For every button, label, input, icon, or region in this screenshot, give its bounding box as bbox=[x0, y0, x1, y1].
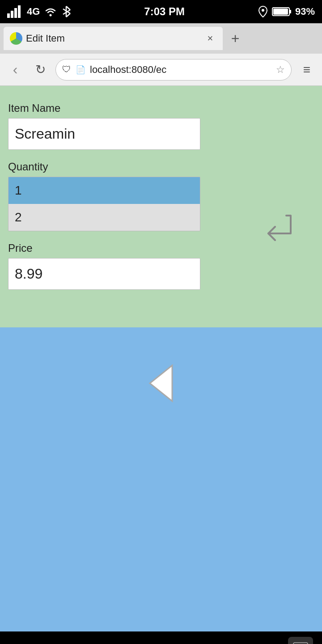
svg-point-10 bbox=[262, 9, 264, 12]
status-left: 4G bbox=[7, 5, 71, 18]
back-button[interactable]: ‹ bbox=[5, 60, 25, 80]
reload-button[interactable]: ↻ bbox=[30, 60, 50, 80]
price-label: Price bbox=[8, 242, 314, 254]
network-label: 4G bbox=[27, 6, 40, 17]
item-name-input[interactable] bbox=[8, 118, 200, 150]
svg-rect-13 bbox=[273, 8, 288, 15]
blue-area bbox=[0, 327, 322, 631]
address-bar: ‹ ↻ 🛡 📄 localhost:8080/ec ☆ ≡ bbox=[0, 54, 322, 86]
signal-icon bbox=[7, 5, 23, 18]
page-icon: 📄 bbox=[76, 65, 85, 75]
form-area: Item Name Quantity 1 2 Price bbox=[0, 86, 322, 327]
svg-rect-2 bbox=[14, 8, 17, 18]
enter-icon bbox=[255, 211, 295, 242]
tab-favicon bbox=[10, 32, 22, 45]
keyboard-button[interactable] bbox=[288, 637, 313, 644]
url-box[interactable]: 🛡 📄 localhost:8080/ec ☆ bbox=[55, 59, 292, 80]
svg-line-6 bbox=[66, 6, 70, 10]
battery-label: 93% bbox=[295, 6, 315, 17]
svg-line-8 bbox=[66, 13, 70, 17]
item-name-label: Item Name bbox=[8, 102, 314, 114]
tab-title: Edit Item bbox=[26, 33, 200, 44]
quantity-option-1[interactable]: 1 bbox=[8, 177, 200, 204]
new-tab-button[interactable]: + bbox=[225, 28, 246, 49]
quantity-label: Quantity bbox=[8, 161, 314, 173]
svg-marker-16 bbox=[150, 365, 172, 401]
active-tab[interactable]: Edit Item × bbox=[4, 27, 223, 50]
status-bar: 4G 7:03 PM 93% bbox=[0, 0, 322, 23]
svg-rect-12 bbox=[289, 10, 291, 13]
back-arrow-icon[interactable] bbox=[141, 363, 181, 403]
bookmark-icon[interactable]: ☆ bbox=[276, 64, 285, 76]
quantity-list: 1 2 bbox=[8, 177, 200, 231]
url-text[interactable]: localhost:8080/ec bbox=[90, 64, 271, 76]
location-icon bbox=[258, 5, 268, 18]
tab-close-button[interactable]: × bbox=[204, 32, 216, 45]
bluetooth-icon bbox=[61, 5, 71, 18]
status-time: 7:03 PM bbox=[144, 5, 185, 18]
bottom-bar bbox=[0, 631, 322, 644]
tab-bar: Edit Item × + bbox=[0, 23, 322, 54]
price-input[interactable] bbox=[8, 258, 200, 290]
quantity-option-2[interactable]: 2 bbox=[8, 204, 200, 231]
shield-icon: 🛡 bbox=[62, 64, 71, 75]
svg-point-4 bbox=[50, 14, 52, 17]
svg-rect-1 bbox=[11, 11, 13, 18]
status-right: 93% bbox=[258, 5, 315, 18]
svg-rect-3 bbox=[18, 5, 21, 18]
battery-icon bbox=[272, 6, 292, 17]
wifi-icon bbox=[43, 6, 58, 17]
svg-rect-0 bbox=[7, 13, 10, 18]
menu-button[interactable]: ≡ bbox=[297, 60, 317, 80]
